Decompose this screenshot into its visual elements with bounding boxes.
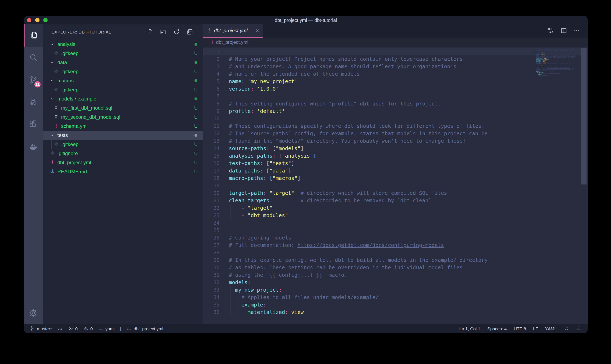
status-bar: master*00yaml|dbt_project.yml Ln 1, Col … xyxy=(24,324,588,333)
activity-item-search[interactable] xyxy=(24,47,43,69)
minimap[interactable]: # Name your project! Project names shoul… xyxy=(536,49,576,165)
search-icon xyxy=(28,53,38,63)
line-number: 11 xyxy=(203,122,220,130)
yaml-file-icon: ! xyxy=(50,160,55,165)
editor-group: ! dbt_project.yml × ! dbt_project.yml 12… xyxy=(203,24,588,324)
tree-item-readme-md[interactable]: README.mdU xyxy=(43,167,203,176)
extensions-icon xyxy=(28,120,38,130)
more-actions-button[interactable] xyxy=(573,27,580,34)
open-changes-button[interactable] xyxy=(547,27,554,34)
code-line-10: 10 xyxy=(203,115,588,122)
tree-item-label: .gitkeep xyxy=(61,142,79,147)
code-line-28: 28 xyxy=(203,249,588,257)
code-line-6: 6version: '1.0.0' xyxy=(203,85,588,93)
git-untracked-badge: U xyxy=(193,69,199,75)
code-editor[interactable]: 12# Name your project! Project names sho… xyxy=(203,48,588,316)
code-line-30: 30# as tables. These settings can be ove… xyxy=(203,264,588,271)
tree-item-data[interactable]: data xyxy=(43,58,203,67)
info-file-icon xyxy=(50,169,55,174)
yaml-file-icon: ! xyxy=(208,27,211,34)
folder-change-dot xyxy=(193,79,199,82)
status-notifications[interactable] xyxy=(576,326,582,332)
line-number: 4 xyxy=(203,70,220,78)
git-icon xyxy=(54,141,59,147)
line-number: 27 xyxy=(203,242,220,249)
status-indentation[interactable]: Spaces: 4 xyxy=(487,326,507,331)
line-number: 3 xyxy=(203,63,220,70)
activity-item-run-debug[interactable] xyxy=(24,91,43,114)
tree-item-dbt-project-yml[interactable]: !dbt_project.ymlU xyxy=(43,158,203,167)
files-icon xyxy=(29,30,39,41)
chevron-down-icon xyxy=(50,60,55,65)
tree-item-models-example[interactable]: models / example xyxy=(43,94,203,104)
activity-item-extensions[interactable] xyxy=(24,114,43,136)
cloud-upload-icon xyxy=(57,326,63,332)
warning-icon xyxy=(83,326,88,332)
status-schema-file[interactable]: dbt_project.yml xyxy=(126,326,163,332)
tree-item-label: my_second_dbt_model.sql xyxy=(61,114,120,120)
explorer-sidebar: EXPLORER: DBT-TUTORIAL analysis.gitkeepU… xyxy=(43,24,203,324)
close-tab-icon[interactable]: × xyxy=(256,28,259,34)
new-file-button[interactable] xyxy=(146,28,154,36)
activity-item-explorer[interactable] xyxy=(24,24,43,47)
refresh-button[interactable] xyxy=(173,28,181,36)
collapse-all-button[interactable] xyxy=(186,28,194,36)
tree-item--gitkeep[interactable]: .gitkeepU xyxy=(43,85,203,94)
tab-dbt-project-yml[interactable]: ! dbt_project.yml × xyxy=(203,24,263,38)
tree-item-schema-yml[interactable]: !schema.ymlU xyxy=(43,122,203,131)
line-number: 13 xyxy=(203,137,220,145)
status-feedback[interactable] xyxy=(564,326,569,332)
status-cursor-position[interactable]: Ln 1, Col 1 xyxy=(459,326,480,331)
activity-item-source-control[interactable]: 11 xyxy=(24,69,43,91)
breadcrumb[interactable]: ! dbt_project.yml xyxy=(203,38,588,47)
title-bar: dbt_project.yml — dbt-tutorial xyxy=(24,16,588,24)
activity-item-docker[interactable] xyxy=(24,136,43,158)
code-line-15: 15analysis-paths: ["analysis"] xyxy=(203,152,588,160)
status-language-mode[interactable]: YAML xyxy=(545,326,557,331)
code-line-31: 31# using the `{{ config(...) }}` macro. xyxy=(203,271,588,279)
tree-item-my-first-dbt-model-sql[interactable]: my_first_dbt_model.sqlU xyxy=(43,104,203,113)
line-number: 33 xyxy=(203,286,220,294)
code-line-34: 34 # Applies to all files under models/e… xyxy=(203,294,588,301)
line-number: 32 xyxy=(203,279,220,286)
line-number: 16 xyxy=(203,160,220,167)
tree-item-my-second-dbt-model-sql[interactable]: my_second_dbt_model.sqlU xyxy=(43,113,203,122)
git-file-icon xyxy=(54,142,59,147)
settings-button[interactable] xyxy=(24,304,43,323)
code-line-18: 18macro-paths: ["macros"] xyxy=(203,175,588,182)
code-line-17: 17data-paths: ["data"] xyxy=(203,167,588,175)
git-icon xyxy=(54,87,59,93)
tree-item-macros[interactable]: macros xyxy=(43,76,203,85)
tab-bar: ! dbt_project.yml × xyxy=(203,24,588,38)
yaml-file-icon: ! xyxy=(211,40,214,45)
status-sync[interactable] xyxy=(57,326,63,332)
git-untracked-badge: U xyxy=(193,105,199,111)
code-line-8: 8# This setting configures which "profil… xyxy=(203,100,588,107)
status-branch-label: master* xyxy=(37,326,52,331)
sql-icon xyxy=(54,105,59,111)
new-folder-button[interactable] xyxy=(160,28,167,36)
tree-item-analysis[interactable]: analysis xyxy=(43,40,203,49)
status-warnings[interactable]: 0 xyxy=(83,326,93,332)
split-editor-button[interactable] xyxy=(560,27,567,34)
tree-item-label: analysis xyxy=(57,41,75,47)
tree-item--gitkeep[interactable]: .gitkeepU xyxy=(43,140,203,149)
line-number: 35 xyxy=(203,301,220,309)
status-errors[interactable]: 0 xyxy=(68,326,78,332)
editor-scrollbar[interactable] xyxy=(581,48,586,184)
line-number: 25 xyxy=(203,227,220,234)
tree-item-tests[interactable]: tests xyxy=(43,131,203,140)
tree-item--gitkeep[interactable]: .gitkeepU xyxy=(43,67,203,76)
tree-item--gitkeep[interactable]: .gitkeepU xyxy=(43,49,203,58)
status-branch[interactable]: master* xyxy=(30,326,52,332)
line-number: 34 xyxy=(203,294,220,301)
git-untracked-badge: U xyxy=(193,87,199,93)
yaml-file-icon: ! xyxy=(54,123,59,129)
status-eol[interactable]: LF xyxy=(533,326,538,331)
status-encoding[interactable]: UTF-8 xyxy=(514,326,526,331)
tree-item--gitignore[interactable]: .gitignoreU xyxy=(43,149,203,158)
status-schema-yaml[interactable]: yaml xyxy=(98,326,114,332)
vscode-window: dbt_project.yml — dbt-tutorial 11 EXPLOR… xyxy=(24,16,588,333)
info-icon xyxy=(50,169,55,175)
code-line-14: 14source-paths: ["models"] xyxy=(203,145,588,152)
